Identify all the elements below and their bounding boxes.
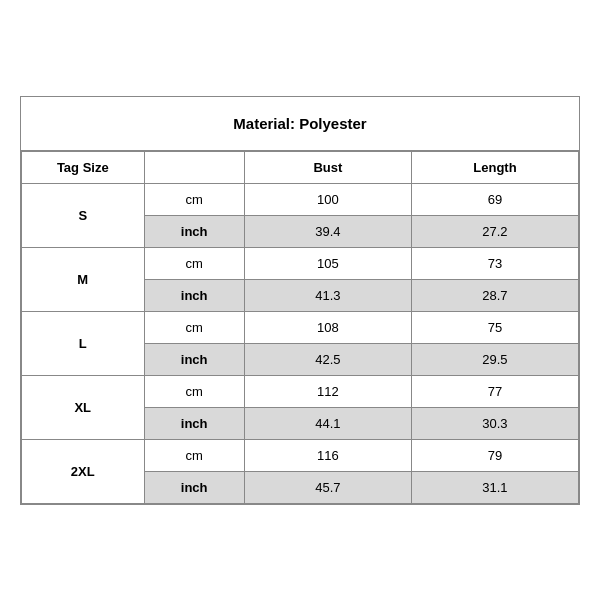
length-cm: 75 — [411, 311, 578, 343]
bust-inch: 44.1 — [244, 407, 411, 439]
length-cm: 77 — [411, 375, 578, 407]
unit-inch: inch — [144, 471, 244, 503]
unit-cm: cm — [144, 247, 244, 279]
unit-inch: inch — [144, 279, 244, 311]
unit-inch: inch — [144, 215, 244, 247]
table-row: Lcm10875 — [22, 311, 579, 343]
chart-title: Material: Polyester — [21, 97, 579, 151]
length-cm: 79 — [411, 439, 578, 471]
size-label: 2XL — [22, 439, 145, 503]
unit-cm: cm — [144, 311, 244, 343]
bust-cm: 105 — [244, 247, 411, 279]
table-row: 2XLcm11679 — [22, 439, 579, 471]
col-header-unit — [144, 151, 244, 183]
col-header-bust: Bust — [244, 151, 411, 183]
size-label: L — [22, 311, 145, 375]
length-inch: 27.2 — [411, 215, 578, 247]
length-cm: 73 — [411, 247, 578, 279]
length-inch: 31.1 — [411, 471, 578, 503]
length-cm: 69 — [411, 183, 578, 215]
bust-inch: 41.3 — [244, 279, 411, 311]
length-inch: 28.7 — [411, 279, 578, 311]
col-header-length: Length — [411, 151, 578, 183]
size-chart-container: Material: Polyester Tag Size Bust Length… — [20, 96, 580, 505]
table-row: Scm10069 — [22, 183, 579, 215]
bust-inch: 45.7 — [244, 471, 411, 503]
bust-inch: 42.5 — [244, 343, 411, 375]
length-inch: 30.3 — [411, 407, 578, 439]
bust-cm: 108 — [244, 311, 411, 343]
size-table: Tag Size Bust Length Scm10069inch39.427.… — [21, 151, 579, 504]
unit-cm: cm — [144, 375, 244, 407]
table-row: XLcm11277 — [22, 375, 579, 407]
bust-cm: 112 — [244, 375, 411, 407]
unit-cm: cm — [144, 439, 244, 471]
size-label: XL — [22, 375, 145, 439]
size-label: S — [22, 183, 145, 247]
bust-cm: 100 — [244, 183, 411, 215]
unit-inch: inch — [144, 343, 244, 375]
size-label: M — [22, 247, 145, 311]
bust-inch: 39.4 — [244, 215, 411, 247]
bust-cm: 116 — [244, 439, 411, 471]
table-header: Tag Size Bust Length — [22, 151, 579, 183]
length-inch: 29.5 — [411, 343, 578, 375]
col-header-tag-size: Tag Size — [22, 151, 145, 183]
unit-inch: inch — [144, 407, 244, 439]
table-row: Mcm10573 — [22, 247, 579, 279]
unit-cm: cm — [144, 183, 244, 215]
